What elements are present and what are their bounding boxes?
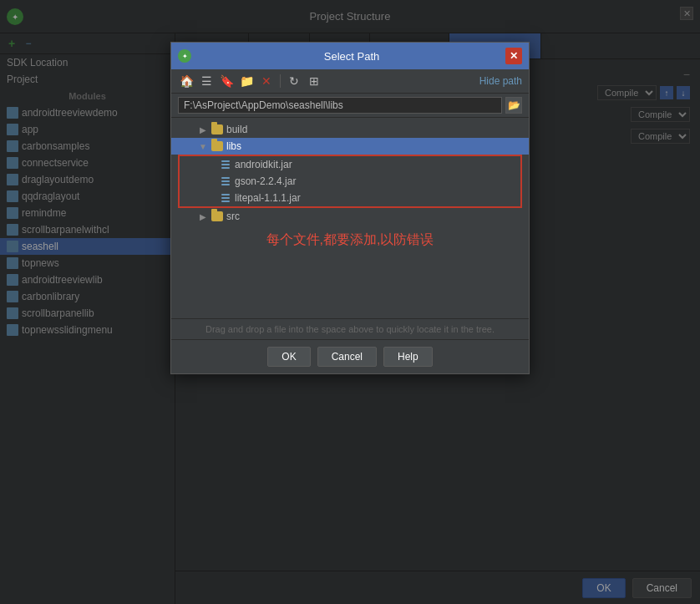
- tree-item-src[interactable]: ▶ src: [171, 208, 529, 225]
- expand-icon[interactable]: ⊞: [306, 73, 322, 89]
- select-path-dialog: ✦ Select Path ✕ 🏠 ☰ 🔖 📁 ✕ ↻ ⊞ Hide path …: [170, 42, 530, 374]
- dialog-cancel-button[interactable]: Cancel: [317, 347, 377, 367]
- dialog-icon: ✦: [178, 49, 191, 63]
- delete-icon[interactable]: ✕: [258, 73, 275, 89]
- dialog-close-button[interactable]: ✕: [505, 48, 522, 64]
- bookmark-icon[interactable]: 🔖: [218, 73, 235, 89]
- dialog-title-bar: ✦ Select Path ✕: [171, 43, 529, 69]
- dialog-overlay: ✦ Select Path ✕ 🏠 ☰ 🔖 📁 ✕ ↻ ⊞ Hide path …: [0, 0, 700, 604]
- tree-item-label: build: [226, 124, 247, 135]
- tree-expand-arrow[interactable]: ▶: [198, 211, 208, 221]
- dialog-help-button[interactable]: Help: [383, 347, 433, 367]
- annotation-text: 每个文件,都要添加,以防错误: [171, 225, 529, 256]
- path-input[interactable]: [178, 97, 502, 114]
- folder-icon: [211, 211, 223, 221]
- tree-item-label: libs: [226, 140, 241, 152]
- hide-path-button[interactable]: Hide path: [479, 75, 522, 87]
- home-icon[interactable]: 🏠: [178, 73, 195, 89]
- tree-item-gson[interactable]: gson-2.2.4.jar: [180, 173, 520, 190]
- tree-item-libs[interactable]: ▼ libs: [171, 138, 529, 155]
- highlighted-files-group: androidkit.jar gson-2.2.4.jar: [178, 155, 522, 208]
- tree-item-label: androidkit.jar: [235, 159, 292, 170]
- jar-icon: [220, 192, 231, 204]
- dialog-path-bar: 📂: [171, 94, 529, 118]
- refresh-icon[interactable]: ↻: [286, 73, 302, 89]
- list-icon[interactable]: ☰: [198, 73, 215, 89]
- dialog-ok-button[interactable]: OK: [267, 347, 310, 367]
- file-tree: ▶ build ▼ libs: [171, 118, 529, 318]
- tree-item-androidkit[interactable]: androidkit.jar: [180, 156, 520, 173]
- tree-expand-arrow[interactable]: ▼: [198, 141, 208, 151]
- dialog-hint: Drag and drop a file into the space abov…: [171, 318, 529, 339]
- tree-item-label: litepal-1.1.1.jar: [235, 192, 301, 204]
- toolbar-separator: [280, 74, 281, 88]
- dialog-toolbar: 🏠 ☰ 🔖 📁 ✕ ↻ ⊞ Hide path: [171, 69, 529, 94]
- jar-icon: [220, 175, 231, 187]
- tree-item-build[interactable]: ▶ build: [171, 121, 529, 138]
- jar-icon: [220, 159, 231, 170]
- folder-icon[interactable]: 📁: [238, 73, 255, 89]
- dialog-title: Select Path: [198, 50, 505, 63]
- tree-item-litepal[interactable]: litepal-1.1.1.jar: [180, 190, 520, 206]
- tree-item-label: src: [226, 211, 240, 222]
- tree-expand-arrow[interactable]: ▶: [198, 124, 208, 135]
- folder-icon: [211, 141, 223, 151]
- path-browse-button[interactable]: 📂: [505, 97, 522, 114]
- dialog-buttons: OK Cancel Help: [171, 339, 529, 373]
- tree-item-label: gson-2.2.4.jar: [235, 175, 296, 187]
- folder-icon: [211, 124, 223, 135]
